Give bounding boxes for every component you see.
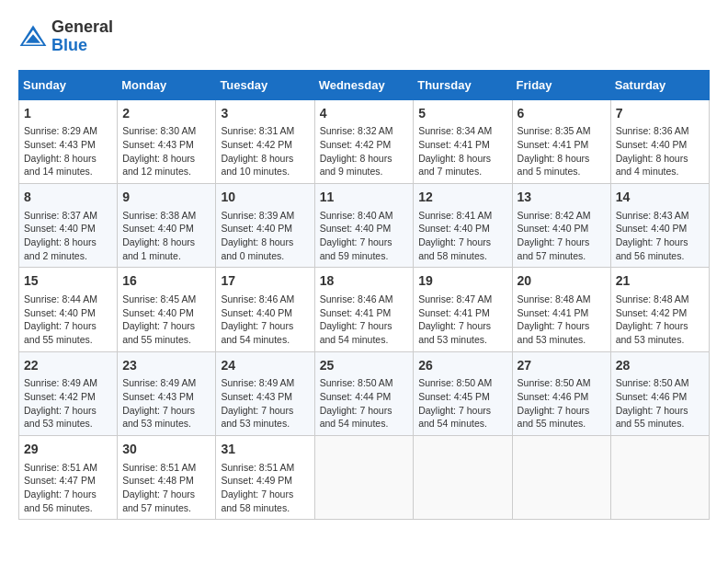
day-number: 5 bbox=[418, 105, 506, 123]
calendar-cell: 31Sunrise: 8:51 AM Sunset: 4:49 PM Dayli… bbox=[216, 435, 314, 519]
column-header-thursday: Thursday bbox=[414, 70, 512, 99]
day-number: 3 bbox=[221, 105, 309, 123]
day-info: Sunrise: 8:39 AM Sunset: 4:40 PM Dayligh… bbox=[221, 209, 309, 263]
day-number: 19 bbox=[418, 272, 506, 291]
day-info: Sunrise: 8:51 AM Sunset: 4:48 PM Dayligh… bbox=[122, 461, 210, 515]
calendar-cell: 25Sunrise: 8:50 AM Sunset: 4:44 PM Dayli… bbox=[314, 351, 414, 435]
day-number: 2 bbox=[122, 105, 210, 123]
day-info: Sunrise: 8:50 AM Sunset: 4:46 PM Dayligh… bbox=[518, 376, 606, 431]
day-number: 14 bbox=[616, 189, 704, 207]
calendar-cell: 8Sunrise: 8:37 AM Sunset: 4:40 PM Daylig… bbox=[19, 183, 118, 267]
day-number: 23 bbox=[122, 357, 210, 375]
calendar-header-row: SundayMondayTuesdayWednesdayThursdayFrid… bbox=[19, 70, 710, 99]
logo-icon bbox=[18, 24, 48, 50]
calendar-cell: 12Sunrise: 8:41 AM Sunset: 4:40 PM Dayli… bbox=[414, 183, 512, 267]
day-number: 17 bbox=[221, 272, 309, 291]
day-info: Sunrise: 8:31 AM Sunset: 4:42 PM Dayligh… bbox=[221, 124, 309, 178]
calendar-week-row: 22Sunrise: 8:49 AM Sunset: 4:42 PM Dayli… bbox=[19, 351, 710, 435]
calendar-cell: 13Sunrise: 8:42 AM Sunset: 4:40 PM Dayli… bbox=[512, 183, 610, 267]
column-header-monday: Monday bbox=[118, 70, 216, 99]
calendar-week-row: 29Sunrise: 8:51 AM Sunset: 4:47 PM Dayli… bbox=[19, 435, 710, 519]
day-number: 4 bbox=[320, 105, 409, 123]
day-info: Sunrise: 8:51 AM Sunset: 4:49 PM Dayligh… bbox=[221, 461, 309, 515]
calendar-cell: 22Sunrise: 8:49 AM Sunset: 4:42 PM Dayli… bbox=[19, 351, 118, 435]
calendar-cell: 14Sunrise: 8:43 AM Sunset: 4:40 PM Dayli… bbox=[610, 183, 709, 267]
calendar-cell: 30Sunrise: 8:51 AM Sunset: 4:48 PM Dayli… bbox=[118, 435, 216, 519]
day-info: Sunrise: 8:35 AM Sunset: 4:41 PM Dayligh… bbox=[518, 124, 606, 178]
day-info: Sunrise: 8:46 AM Sunset: 4:41 PM Dayligh… bbox=[320, 293, 409, 347]
day-number: 13 bbox=[518, 189, 606, 207]
calendar-cell: 11Sunrise: 8:40 AM Sunset: 4:40 PM Dayli… bbox=[314, 183, 414, 267]
calendar-cell: 1Sunrise: 8:29 AM Sunset: 4:43 PM Daylig… bbox=[19, 99, 118, 183]
calendar-week-row: 15Sunrise: 8:44 AM Sunset: 4:40 PM Dayli… bbox=[19, 268, 710, 351]
calendar-cell: 19Sunrise: 8:47 AM Sunset: 4:41 PM Dayli… bbox=[414, 268, 512, 351]
logo: General Blue bbox=[18, 18, 113, 55]
day-info: Sunrise: 8:40 AM Sunset: 4:40 PM Dayligh… bbox=[320, 209, 409, 263]
day-info: Sunrise: 8:50 AM Sunset: 4:45 PM Dayligh… bbox=[418, 376, 506, 431]
day-number: 16 bbox=[122, 272, 210, 291]
calendar-cell: 4Sunrise: 8:32 AM Sunset: 4:42 PM Daylig… bbox=[314, 99, 414, 183]
day-number: 8 bbox=[24, 189, 112, 207]
day-info: Sunrise: 8:50 AM Sunset: 4:46 PM Dayligh… bbox=[616, 376, 704, 431]
day-info: Sunrise: 8:45 AM Sunset: 4:40 PM Dayligh… bbox=[122, 293, 210, 347]
day-number: 26 bbox=[418, 357, 506, 375]
calendar-cell: 24Sunrise: 8:49 AM Sunset: 4:43 PM Dayli… bbox=[216, 351, 314, 435]
day-number: 22 bbox=[24, 357, 112, 375]
day-number: 6 bbox=[518, 105, 606, 123]
calendar-cell: 29Sunrise: 8:51 AM Sunset: 4:47 PM Dayli… bbox=[19, 435, 118, 519]
day-info: Sunrise: 8:50 AM Sunset: 4:44 PM Dayligh… bbox=[320, 376, 409, 431]
calendar-cell: 5Sunrise: 8:34 AM Sunset: 4:41 PM Daylig… bbox=[414, 99, 512, 183]
calendar-cell: 6Sunrise: 8:35 AM Sunset: 4:41 PM Daylig… bbox=[512, 99, 610, 183]
calendar-cell: 17Sunrise: 8:46 AM Sunset: 4:40 PM Dayli… bbox=[216, 268, 314, 351]
day-number: 10 bbox=[221, 189, 309, 207]
day-info: Sunrise: 8:36 AM Sunset: 4:40 PM Dayligh… bbox=[616, 124, 704, 178]
day-number: 30 bbox=[122, 441, 210, 459]
day-info: Sunrise: 8:37 AM Sunset: 4:40 PM Dayligh… bbox=[24, 209, 112, 263]
calendar-cell: 20Sunrise: 8:48 AM Sunset: 4:41 PM Dayli… bbox=[512, 268, 610, 351]
column-header-sunday: Sunday bbox=[19, 70, 118, 99]
logo-text: General Blue bbox=[51, 18, 113, 55]
day-info: Sunrise: 8:29 AM Sunset: 4:43 PM Dayligh… bbox=[24, 124, 112, 178]
calendar-cell: 16Sunrise: 8:45 AM Sunset: 4:40 PM Dayli… bbox=[118, 268, 216, 351]
day-info: Sunrise: 8:49 AM Sunset: 4:43 PM Dayligh… bbox=[122, 376, 210, 431]
page-header: General Blue bbox=[18, 18, 710, 55]
calendar-cell: 27Sunrise: 8:50 AM Sunset: 4:46 PM Dayli… bbox=[512, 351, 610, 435]
day-info: Sunrise: 8:38 AM Sunset: 4:40 PM Dayligh… bbox=[122, 209, 210, 263]
day-info: Sunrise: 8:43 AM Sunset: 4:40 PM Dayligh… bbox=[616, 209, 704, 263]
day-info: Sunrise: 8:48 AM Sunset: 4:41 PM Dayligh… bbox=[518, 293, 606, 347]
calendar-cell: 3Sunrise: 8:31 AM Sunset: 4:42 PM Daylig… bbox=[216, 99, 314, 183]
day-info: Sunrise: 8:41 AM Sunset: 4:40 PM Dayligh… bbox=[418, 209, 506, 263]
calendar-cell: 9Sunrise: 8:38 AM Sunset: 4:40 PM Daylig… bbox=[118, 183, 216, 267]
day-number: 12 bbox=[418, 189, 506, 207]
day-info: Sunrise: 8:49 AM Sunset: 4:42 PM Dayligh… bbox=[24, 376, 112, 431]
day-number: 27 bbox=[518, 357, 606, 375]
calendar-cell: 15Sunrise: 8:44 AM Sunset: 4:40 PM Dayli… bbox=[19, 268, 118, 351]
calendar-cell bbox=[512, 435, 610, 519]
day-info: Sunrise: 8:32 AM Sunset: 4:42 PM Dayligh… bbox=[320, 124, 409, 178]
calendar-cell: 18Sunrise: 8:46 AM Sunset: 4:41 PM Dayli… bbox=[314, 268, 414, 351]
day-number: 7 bbox=[616, 105, 704, 123]
calendar-week-row: 1Sunrise: 8:29 AM Sunset: 4:43 PM Daylig… bbox=[19, 99, 710, 183]
calendar-cell: 2Sunrise: 8:30 AM Sunset: 4:43 PM Daylig… bbox=[118, 99, 216, 183]
calendar-cell: 26Sunrise: 8:50 AM Sunset: 4:45 PM Dayli… bbox=[414, 351, 512, 435]
day-number: 31 bbox=[221, 441, 309, 459]
day-info: Sunrise: 8:44 AM Sunset: 4:40 PM Dayligh… bbox=[24, 293, 112, 347]
calendar-cell bbox=[610, 435, 709, 519]
day-number: 20 bbox=[518, 272, 606, 291]
day-number: 15 bbox=[24, 272, 112, 291]
calendar-cell: 28Sunrise: 8:50 AM Sunset: 4:46 PM Dayli… bbox=[610, 351, 709, 435]
calendar-cell: 10Sunrise: 8:39 AM Sunset: 4:40 PM Dayli… bbox=[216, 183, 314, 267]
column-header-wednesday: Wednesday bbox=[314, 70, 414, 99]
day-info: Sunrise: 8:34 AM Sunset: 4:41 PM Dayligh… bbox=[418, 124, 506, 178]
column-header-saturday: Saturday bbox=[610, 70, 709, 99]
day-info: Sunrise: 8:42 AM Sunset: 4:40 PM Dayligh… bbox=[518, 209, 606, 263]
day-number: 9 bbox=[122, 189, 210, 207]
day-number: 1 bbox=[24, 105, 112, 123]
day-info: Sunrise: 8:49 AM Sunset: 4:43 PM Dayligh… bbox=[221, 376, 309, 431]
column-header-friday: Friday bbox=[512, 70, 610, 99]
calendar-week-row: 8Sunrise: 8:37 AM Sunset: 4:40 PM Daylig… bbox=[19, 183, 710, 267]
day-number: 25 bbox=[320, 357, 409, 375]
day-info: Sunrise: 8:47 AM Sunset: 4:41 PM Dayligh… bbox=[418, 293, 506, 347]
day-number: 11 bbox=[320, 189, 409, 207]
column-header-tuesday: Tuesday bbox=[216, 70, 314, 99]
